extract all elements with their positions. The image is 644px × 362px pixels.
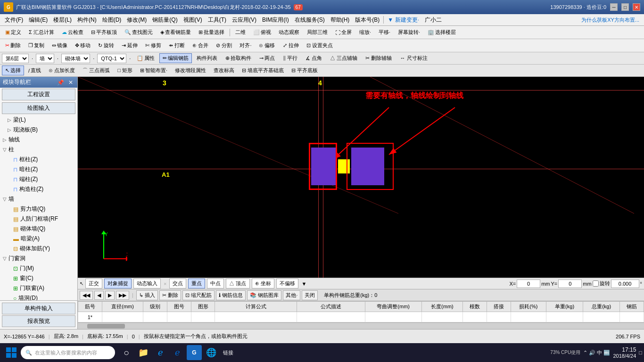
delete-button[interactable]: ✂ 删除 xyxy=(2,41,24,50)
sidebar-item-struct-col[interactable]: ⊓ 构造柱(Z) xyxy=(0,184,77,194)
property-button[interactable]: 📋 属性 xyxy=(133,53,158,63)
sidebar-item-beam-l[interactable]: ▷ 梁(L) xyxy=(0,115,77,125)
local-3d-button[interactable]: 局部三维 xyxy=(304,27,331,37)
notification-icon[interactable]: □ xyxy=(639,350,642,355)
maximize-button[interactable]: □ xyxy=(621,3,629,11)
sidebar-item-door-win[interactable]: ▽ 门窗洞 xyxy=(0,254,77,263)
batch-select-button[interactable]: ⊞ 批量选择 xyxy=(195,27,228,37)
h-scroll-thumb[interactable] xyxy=(87,324,125,329)
three-aux-button[interactable]: △ 三点辅轴 xyxy=(327,53,361,63)
taskbar-ggj[interactable]: G xyxy=(187,345,202,360)
menu-help[interactable]: 帮助(H) xyxy=(328,15,353,25)
smart-layout-button[interactable]: ⊞ 智能布置· xyxy=(137,66,171,75)
sidebar-item-end-col[interactable]: ⊓ 端柱(Z) xyxy=(0,174,77,184)
line-button[interactable]: / 直线 xyxy=(25,66,44,75)
h-scrollbar[interactable] xyxy=(78,322,644,329)
pan-button[interactable]: 平移· xyxy=(375,27,394,37)
break-button[interactable]: ⤁ 打断 xyxy=(165,41,188,50)
type-select[interactable]: QTQ-1 xyxy=(97,54,126,63)
set-grip-button[interactable]: ⊡ 设置夹点 xyxy=(303,41,336,50)
zoom-button[interactable]: 缩放· xyxy=(356,27,374,37)
sidebar-pin-button[interactable]: 📌 xyxy=(56,79,66,86)
coord-button[interactable]: ⊕ 坐标 xyxy=(252,279,274,288)
calculate-button[interactable]: Σ 汇总计算 xyxy=(25,27,58,37)
close-rebar-button[interactable]: 关闭 xyxy=(302,290,318,300)
dynamic-input-button[interactable]: 动态输入 xyxy=(133,279,161,288)
no-offset-button[interactable]: 不偏移 xyxy=(276,279,298,288)
cell-diameter[interactable] xyxy=(102,312,143,322)
delete-aux-button[interactable]: ✂ 删除辅轴 xyxy=(362,53,395,63)
pick-element-button[interactable]: ⊕ 拾取构件 xyxy=(222,53,255,63)
sidebar-item-door-window[interactable]: ⊞ 门联窗(A) xyxy=(0,283,77,293)
query-elevation-button[interactable]: 查改标高 xyxy=(210,66,238,75)
vertex-button[interactable]: △ 顶点 xyxy=(226,279,249,288)
sidebar-item-wall[interactable]: ▽ 墙 xyxy=(0,194,77,204)
close-button[interactable]: ✕ xyxy=(633,3,640,11)
fullscreen-button[interactable]: ⛶ 全屏 xyxy=(332,27,355,37)
menu-edit[interactable]: 编辑(E) xyxy=(26,15,50,25)
rotate-button[interactable]: ↻ 旋转 xyxy=(95,41,117,50)
align-base-button[interactable]: ⊟ 墙底平齐基础底 xyxy=(239,66,287,75)
taskbar-edge[interactable]: ℯ xyxy=(153,345,168,360)
edit-rebar-button[interactable]: ✏ 编辑钢筋 xyxy=(159,53,192,63)
parallel-button[interactable]: ∥ 平行 xyxy=(280,53,301,63)
sidebar-close-button[interactable]: ✕ xyxy=(67,79,74,86)
single-element-input[interactable]: 单构件输入 xyxy=(2,303,75,314)
sidebar-item-column[interactable]: ▽ 柱 xyxy=(0,145,77,155)
define-button[interactable]: ▣ 定义 xyxy=(2,27,25,37)
ortho-button[interactable]: 正交 xyxy=(85,279,102,288)
sidebar-item-civil-def-wall[interactable]: ▤ 人防门框墙(RF xyxy=(0,214,77,224)
taskbar-chrome[interactable]: 🌐 xyxy=(204,345,219,360)
sidebar-item-wall-hole[interactable]: ○ 墙洞(D) xyxy=(0,293,77,300)
sidebar-item-axis[interactable]: ▷ 轴线 xyxy=(0,135,77,145)
find-element-button[interactable]: 🔍 查找图元 xyxy=(121,27,156,37)
sidebar-item-masonry-rebar[interactable]: ⊟ 砌体加筋(Y) xyxy=(0,244,77,254)
align-top-button[interactable]: ⊟ 平齐板顶 xyxy=(88,27,120,37)
midpoint-button[interactable]: 重点 xyxy=(188,279,205,288)
dynamic-observe-button[interactable]: 动态观察 xyxy=(275,27,303,37)
start-button[interactable] xyxy=(2,344,21,361)
sidebar-item-hidden-col[interactable]: ⊓ 暗柱(Z) xyxy=(0,165,77,174)
point-angle-button[interactable]: ∡ 点角 xyxy=(302,53,325,63)
sidebar-project-settings[interactable]: 工程设置 xyxy=(2,89,75,100)
move-button[interactable]: ✥ 移动 xyxy=(72,41,94,50)
rebar-info-button[interactable]: ℹ 钢筋信息 xyxy=(216,290,246,300)
drawing-canvas[interactable]: 需要有轴线，轴线绘制到轴线 xyxy=(78,77,644,278)
menu-cloud[interactable]: 云应用(V) xyxy=(229,15,259,25)
stretch-button[interactable]: ⤢ 拉伸 xyxy=(280,41,302,50)
sidebar-item-frame-col[interactable]: ⊓ 框柱(Z) xyxy=(0,155,77,165)
nav-next-button[interactable]: ▶ xyxy=(105,291,115,300)
menu-version[interactable]: 版本号(B) xyxy=(352,15,382,25)
rotate-input[interactable] xyxy=(611,280,639,288)
sidebar-item-hidden-beam[interactable]: ▬ 暗梁(A) xyxy=(0,234,77,244)
scale-rebar-button[interactable]: ⊡ 缩尺配筋 xyxy=(182,290,215,300)
rect-button[interactable]: □ 矩形 xyxy=(114,66,136,75)
trim-button[interactable]: ✄ 修剪 xyxy=(142,41,165,50)
arc-button[interactable]: ⌒ 三点画弧 xyxy=(79,66,113,75)
menu-online[interactable]: 在线服务(S) xyxy=(292,15,328,25)
2d-view-button[interactable]: 二维 xyxy=(232,27,249,37)
taskbar-cortana[interactable]: ○ xyxy=(119,345,134,360)
cloud-check-button[interactable]: ☁ 云检查 xyxy=(58,27,87,37)
mirror-button[interactable]: ⇔ 镜像 xyxy=(49,41,71,50)
menu-new-change[interactable]: ▼ 新建变更· xyxy=(385,15,422,25)
insert-rebar-button[interactable]: ↳ 插入 xyxy=(136,290,158,300)
copy-button[interactable]: ❐ 复制 xyxy=(25,41,48,50)
other-rebar-button[interactable]: 其他· xyxy=(283,290,300,300)
split-button[interactable]: ⊘ 分割 xyxy=(213,41,235,50)
sidebar-draw-input[interactable]: 绘图输入 xyxy=(2,102,75,114)
menu-bim[interactable]: BIM应用(I) xyxy=(259,15,292,25)
table-row[interactable]: 1* xyxy=(78,312,644,322)
sidebar-item-slab[interactable]: ▷ 现浇板(B) xyxy=(0,125,77,135)
point-length-button[interactable]: ⊙ 点加长度 xyxy=(45,66,78,75)
menu-modify[interactable]: 修改(M) xyxy=(124,15,149,25)
floor-select[interactable]: 第6层 xyxy=(2,54,29,63)
x-input[interactable] xyxy=(517,280,540,288)
two-point-button[interactable]: ⊸ 两点 xyxy=(256,53,278,63)
clock[interactable]: 17:15 2018/4/24 xyxy=(613,346,636,359)
object-snap-button[interactable]: 对象捕捉 xyxy=(104,279,132,288)
menu-element[interactable]: 构件(N) xyxy=(74,15,99,25)
sidebar-item-masonry-wall[interactable]: ▤ 砌体墙(Q) xyxy=(0,224,77,234)
menu-small-g[interactable]: 广小二 xyxy=(422,15,445,25)
menu-tools[interactable]: 工具(T) xyxy=(205,15,229,25)
